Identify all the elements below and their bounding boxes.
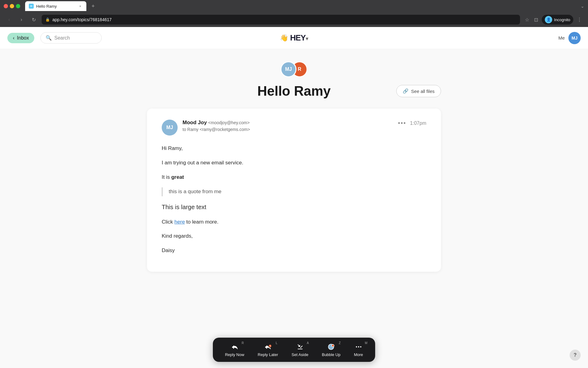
lock-icon: 🔒 bbox=[45, 17, 50, 22]
inbox-label: Inbox bbox=[17, 35, 29, 41]
minimize-window-btn[interactable] bbox=[10, 4, 14, 8]
hey-wave-icon: 👋 bbox=[280, 34, 288, 42]
reply-later-icon: L bbox=[264, 343, 272, 351]
url-text: app.hey.com/topics/768184617 bbox=[52, 17, 112, 22]
hey-logo[interactable]: 👋 HEY▾ bbox=[280, 33, 308, 43]
email-large-text: This is large text bbox=[162, 202, 426, 212]
bubble-up-icon: Z bbox=[327, 343, 335, 351]
split-view-btn[interactable]: ⊡ bbox=[533, 16, 539, 24]
profile-icon: 👤 bbox=[545, 16, 552, 23]
email-more-btn[interactable]: ••• bbox=[398, 120, 406, 127]
inbox-back-arrow: ‹ bbox=[13, 35, 14, 41]
reply-now-label: Reply Now bbox=[225, 352, 244, 357]
me-label: Me bbox=[558, 35, 565, 40]
bubble-up-btn[interactable]: Z Bubble Up bbox=[316, 341, 347, 359]
app-content: ‹ Inbox 🔍 Search 👋 HEY▾ Me MJ MJ R bbox=[0, 27, 588, 368]
more-btn[interactable]: M More bbox=[348, 341, 369, 359]
tab-title: Hello Ramy bbox=[36, 4, 57, 9]
profile-label: Incognito bbox=[554, 17, 570, 22]
see-all-files-btn[interactable]: 🔗 See all files bbox=[396, 85, 441, 97]
svg-point-4 bbox=[356, 346, 357, 347]
set-aside-icon: A bbox=[297, 343, 303, 351]
more-label: More bbox=[354, 352, 363, 357]
bookmark-btn[interactable]: ☆ bbox=[524, 16, 530, 24]
tab-close-btn[interactable]: × bbox=[78, 4, 83, 9]
bottom-toolbar: R Reply Now L Reply Later bbox=[0, 334, 588, 368]
email-line2-bold: great bbox=[171, 174, 184, 180]
reply-now-icon: R bbox=[231, 343, 238, 351]
reply-later-shortcut: L bbox=[276, 341, 277, 345]
browser-tab[interactable]: H Hello Ramy × bbox=[25, 1, 86, 11]
url-bar[interactable]: 🔒 app.hey.com/topics/768184617 bbox=[42, 15, 520, 25]
email-link[interactable]: here bbox=[175, 219, 185, 225]
sender-details: Mood Joy <moodjoy@hey.com> to Ramy <ramy… bbox=[183, 120, 250, 132]
header-right: Me MJ bbox=[558, 32, 581, 44]
back-btn[interactable]: ‹ bbox=[5, 15, 13, 24]
more-shortcut: M bbox=[365, 341, 367, 345]
app-header: ‹ Inbox 🔍 Search 👋 HEY▾ Me MJ bbox=[0, 27, 588, 49]
email-container: MJ R Hello Ramy 🔗 See all files MJ bbox=[141, 49, 447, 333]
paperclip-icon: 🔗 bbox=[403, 88, 409, 94]
forward-btn[interactable]: › bbox=[17, 15, 26, 24]
traffic-lights bbox=[4, 4, 20, 8]
sender-name: Mood Joy bbox=[183, 120, 207, 125]
svg-point-5 bbox=[358, 346, 359, 347]
set-aside-btn[interactable]: A Set Aside bbox=[285, 341, 315, 359]
email-line1: I am trying out a new email service. bbox=[162, 159, 426, 167]
email-title-row: Hello Ramy 🔗 See all files bbox=[147, 83, 441, 99]
search-placeholder: Search bbox=[54, 35, 70, 41]
toolbar-inner: R Reply Now L Reply Later bbox=[213, 338, 375, 362]
refresh-btn[interactable]: ↻ bbox=[29, 15, 38, 24]
tab-bar: H Hello Ramy × + ⌄ bbox=[0, 0, 588, 12]
email-quote: this is a quote from me bbox=[162, 187, 426, 196]
inbox-button[interactable]: ‹ Inbox bbox=[7, 33, 34, 43]
sender-name-row: Mood Joy <moodjoy@hey.com> bbox=[183, 120, 250, 126]
email-click-line: Click here to learn more. bbox=[162, 218, 426, 227]
browser-chrome: H Hello Ramy × + ⌄ ‹ › ↻ 🔒 app.hey.com/t… bbox=[0, 0, 588, 27]
click-post: to learn more. bbox=[185, 219, 219, 225]
email-regards: Kind regards, bbox=[162, 232, 426, 241]
email-signature-name: Daisy bbox=[162, 246, 426, 255]
see-all-files-label: See all files bbox=[411, 89, 435, 94]
user-avatar[interactable]: MJ bbox=[568, 32, 581, 44]
more-icon: M bbox=[355, 343, 362, 351]
address-bar: ‹ › ↻ 🔒 app.hey.com/topics/768184617 ☆ ⊡… bbox=[0, 12, 588, 27]
email-sender-info: MJ Mood Joy <moodjoy@hey.com> to Ramy <r… bbox=[162, 120, 250, 136]
reply-now-shortcut: R bbox=[242, 341, 244, 345]
bubble-up-label: Bubble Up bbox=[322, 352, 341, 357]
reply-later-label: Reply Later bbox=[258, 352, 278, 357]
help-btn[interactable]: ? bbox=[570, 350, 581, 361]
search-bar[interactable]: 🔍 Search bbox=[40, 32, 102, 44]
bubble-up-shortcut: Z bbox=[339, 341, 341, 345]
tab-favicon: H bbox=[29, 4, 34, 9]
reply-now-btn[interactable]: R Reply Now bbox=[219, 341, 251, 359]
email-meta: MJ Mood Joy <moodjoy@hey.com> to Ramy <r… bbox=[162, 120, 426, 136]
quote-text: this is a quote from me bbox=[169, 189, 221, 194]
set-aside-shortcut: A bbox=[307, 341, 309, 345]
profile-btn[interactable]: 👤 Incognito bbox=[542, 15, 573, 25]
email-line2: It is great bbox=[162, 173, 426, 182]
email-line2-pre: It is bbox=[162, 174, 171, 180]
email-title: Hello Ramy bbox=[257, 83, 331, 99]
close-window-btn[interactable] bbox=[4, 4, 8, 8]
reply-later-btn[interactable]: L Reply Later bbox=[252, 341, 284, 359]
email-body: Hi Ramy, I am trying out a new email ser… bbox=[162, 144, 426, 255]
new-tab-btn[interactable]: + bbox=[89, 2, 97, 10]
maximize-window-btn[interactable] bbox=[16, 4, 20, 8]
sender-to: to Ramy <ramy@rocketgems.com> bbox=[183, 127, 250, 132]
email-participants: MJ R bbox=[147, 61, 441, 77]
email-card: MJ Mood Joy <moodjoy@hey.com> to Ramy <r… bbox=[147, 109, 441, 272]
svg-point-3 bbox=[332, 344, 334, 347]
svg-point-6 bbox=[360, 346, 361, 347]
sender-email: <moodjoy@hey.com> bbox=[208, 120, 250, 125]
email-time: 1:07pm bbox=[410, 121, 426, 126]
menu-btn[interactable]: ⋮ bbox=[576, 16, 583, 24]
tab-expand-btn[interactable]: ⌄ bbox=[581, 4, 584, 9]
set-aside-label: Set Aside bbox=[292, 352, 308, 357]
hey-logo-text: HEY▾ bbox=[290, 33, 308, 43]
browser-action-buttons: ☆ ⊡ 👤 Incognito ⋮ bbox=[524, 15, 583, 25]
email-time-container: ••• 1:07pm bbox=[398, 120, 426, 127]
email-greeting: Hi Ramy, bbox=[162, 144, 426, 153]
main-content: MJ R Hello Ramy 🔗 See all files MJ bbox=[0, 49, 588, 368]
participant-avatar-mj: MJ bbox=[281, 61, 296, 77]
